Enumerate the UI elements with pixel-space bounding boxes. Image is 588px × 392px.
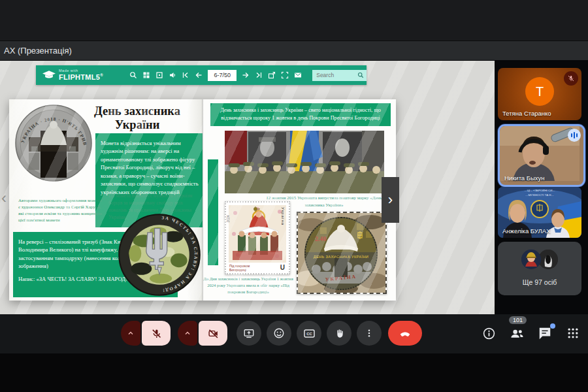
participant-tile-anzhelika[interactable]: …ЦІ – «ЗБРОЙНІ СИ… …МУЖНОСТІ ТА Н… Анжел… — [498, 187, 581, 238]
stamp-2015-value: 2.40 — [315, 235, 327, 242]
search-input[interactable] — [315, 71, 357, 79]
audio-activity-icon — [568, 129, 581, 142]
activities-grid-button[interactable] — [564, 325, 581, 342]
raise-hand-button[interactable] — [327, 321, 351, 346]
mic-options-chevron[interactable] — [121, 321, 140, 346]
screen-share-title-bar: AX (Презентація) — [0, 41, 588, 60]
people-button[interactable]: 101 — [508, 325, 525, 342]
book-fold — [202, 99, 204, 301]
stamp-2024-title: Під покровом Богородиці — [229, 264, 266, 272]
bottom-letterbox — [0, 353, 588, 392]
zoom-icon[interactable] — [128, 69, 139, 82]
stamp-2015-round: 2.40 ДЕНЬ ЗАХИСНИКА УКРАЇНИ УКРАЇНА — [304, 217, 378, 290]
participants-overflow-tile[interactable]: Ще 97 осіб — [498, 242, 581, 295]
reactions-button[interactable] — [267, 321, 291, 346]
slide-title: День захисника України — [74, 105, 200, 132]
stamp-2024-year: 2024 — [226, 215, 230, 222]
page-indicator-input[interactable] — [208, 70, 237, 81]
page-left: День захисника України — [9, 99, 203, 301]
avatar: T — [525, 77, 554, 106]
mic-muted-icon — [564, 71, 578, 86]
meet-control-bar: CC — [0, 314, 588, 353]
prev-spread-arrow[interactable]: ‹ — [1, 189, 7, 207]
camera-toggle-button[interactable] — [199, 321, 227, 346]
camera-options-chevron[interactable] — [178, 321, 197, 346]
holiday-banner: День захисника і захисниць України – свя… — [210, 103, 391, 126]
search-box — [312, 70, 367, 81]
brand-label: FLIPHTML5® — [59, 73, 103, 81]
participant-count-badge: 101 — [509, 316, 527, 324]
top-letterbox — [0, 0, 588, 41]
thumbnails-icon[interactable] — [141, 69, 152, 82]
share-icon[interactable] — [267, 69, 278, 82]
participant-name: Тетяна Старанко — [502, 110, 551, 117]
next-page-icon[interactable] — [240, 69, 252, 82]
participant-name: Анжеліка БУЛАХ — [502, 227, 551, 235]
more-options-button[interactable] — [357, 321, 382, 346]
mic-toggle-button[interactable] — [142, 321, 171, 346]
graduation-cap-icon — [42, 71, 56, 80]
participant-name: Никита Быхун — [504, 174, 545, 182]
page-right: День захисника і захисниць України – свя… — [203, 99, 396, 301]
stamp-2024: 2024 Україна Під покровом Богородиці U — [225, 201, 290, 274]
participant-tile-tetyana[interactable]: T Тетяна Старанко — [498, 68, 581, 120]
coin-reverse-image: ЗА ЧЕСТЬ! ЗА СЛАВУ! ЗА НАРОД! — [118, 212, 201, 298]
stamp-2015-title: ДЕНЬ ЗАХИСНИКА УКРАЇНИ — [306, 255, 376, 259]
stamp-2024-art — [229, 205, 286, 263]
fliphtml5-logo[interactable]: Made with FLIPHTML5® — [42, 69, 103, 80]
captions-button[interactable]: CC — [297, 321, 321, 346]
last-page-icon[interactable] — [253, 69, 265, 82]
authors-note: Авторами художнього оформлення монети є … — [18, 197, 103, 224]
first-page-icon[interactable] — [180, 69, 191, 82]
prev-page-icon[interactable] — [193, 69, 204, 82]
stamp-2024-country: Україна — [281, 207, 285, 225]
coin-obverse-image: УКРАЇНА · 2018 · П'ЯТЬ ГРИВЕНЬ — [14, 103, 93, 183]
shared-screen: Made with FLIPHTML5® — [0, 61, 495, 314]
svg-text:CC: CC — [306, 332, 312, 336]
stamp-2024-caption: До Дня захисників і захисниць України 1 … — [203, 276, 294, 295]
overflow-avatar-1 — [521, 250, 541, 269]
chat-notification-dot — [550, 323, 555, 329]
flipbook-spread[interactable]: День захисника України — [9, 99, 396, 301]
end-call-button[interactable] — [388, 321, 422, 346]
banner-text-fragment: …ЦІ – «ЗБРОЙНІ СИ… …МУЖНОСТІ ТА Н… — [498, 189, 581, 197]
green-stripe — [208, 159, 218, 265]
fullscreen-icon[interactable] — [280, 69, 291, 82]
fliphtml5-toolbar: Made with FLIPHTML5® — [36, 65, 367, 85]
email-icon[interactable] — [293, 69, 304, 82]
participant-tile-nikita[interactable]: Никита Быхун — [498, 124, 585, 187]
present-screen-button[interactable] — [237, 321, 261, 346]
next-spread-arrow[interactable]: › — [382, 177, 399, 223]
meeting-details-button[interactable] — [480, 325, 497, 342]
screen-share-title: AX (Презентація) — [0, 46, 72, 56]
single-page-icon[interactable] — [154, 69, 165, 82]
overflow-avatar-2 — [538, 250, 558, 269]
meet-window: AX (Презентація) Made with FLIPHTML5® — [0, 0, 588, 392]
more-participants-label: Ще 97 осіб — [498, 278, 581, 286]
stamp-2015: 2.40 ДЕНЬ ЗАХИСНИКА УКРАЇНИ УКРАЇНА — [297, 212, 387, 294]
sound-icon[interactable] — [167, 69, 178, 82]
soldiers-photo — [225, 131, 384, 193]
stamp-2024-value: U — [280, 264, 285, 271]
search-icon[interactable] — [357, 72, 364, 78]
chat-button[interactable] — [536, 325, 553, 342]
